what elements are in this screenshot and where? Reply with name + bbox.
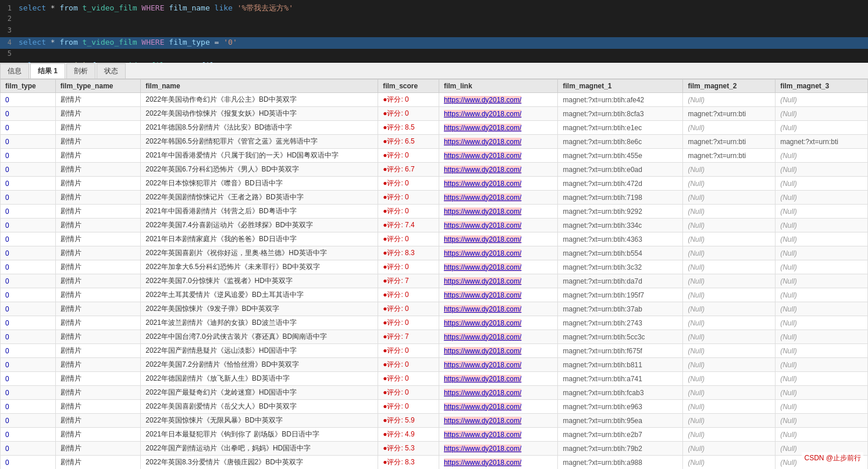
- table-cell: 0: [1, 163, 56, 177]
- table-row[interactable]: 0剧情片2022年国产剧情悬疑片《远山淡影》HD国语中字●评分: 0https:…: [1, 344, 868, 358]
- table-cell: (Null): [683, 232, 775, 246]
- table-row[interactable]: 0剧情片2022年美国惊悚片《9发子弹》BD中英双字●评分: 0https://…: [1, 302, 868, 316]
- table-cell: 0: [1, 344, 56, 358]
- table-row[interactable]: 0剧情片2021年中国香港爱情片《只属于我们的一天》HD国粤双语中字●评分: 0…: [1, 149, 868, 163]
- table-cell: magnet:?xt=urn:btih:8e6c: [558, 135, 683, 149]
- table-cell: 2022年国产剧情悬疑片《远山淡影》HD国语中字: [141, 344, 378, 358]
- table-row[interactable]: 0剧情片2022年美国7.2分剧情片《恰恰丝滑》BD中英双字●评分: 0http…: [1, 358, 868, 372]
- table-cell: 0: [1, 330, 56, 344]
- table-cell: (Null): [775, 344, 868, 358]
- table-cell: 剧情片: [55, 149, 140, 163]
- token: *: [46, 3, 59, 12]
- table-cell: magnet:?xt=urn:btih:455e: [558, 149, 683, 163]
- table-cell: (Null): [683, 260, 775, 274]
- table-cell: ●评分: 7.4: [378, 219, 439, 232]
- table-cell: ●评分: 0: [378, 260, 439, 274]
- tab-信息[interactable]: 信息: [0, 63, 29, 78]
- table-cell: (Null): [775, 246, 868, 260]
- table-cell: magnet:?xt=urn:btih:f675f: [558, 344, 683, 358]
- table-cell: magnet:?xt=urn:bti: [683, 135, 775, 149]
- table-cell: 剧情片: [55, 191, 140, 205]
- table-cell: 剧情片: [55, 205, 140, 219]
- table-cell: 2022年美国7.0分惊悚片《监视者》HD中英双字: [141, 274, 378, 288]
- table-row[interactable]: 0剧情片2021年日本剧情家庭片《我的爸爸》BD日语中字●评分: 0https:…: [1, 232, 868, 246]
- table-row[interactable]: 0剧情片2022年美国动作奇幻片《非凡公主》BD中英双字●评分: 0https:…: [1, 93, 868, 107]
- table-cell: ●评分: 5.9: [378, 414, 439, 428]
- table-row[interactable]: 0剧情片2021年波兰剧情片《迪邦的女孩》BD波兰语中字●评分: 0https:…: [1, 316, 868, 330]
- table-cell: 0: [1, 107, 56, 121]
- table-cell: 剧情片: [55, 121, 140, 135]
- table-cell: magnet:?xt=urn:btih:2743: [558, 316, 683, 330]
- table-cell: 2021年中国香港爱情片《只属于我们的一天》HD国粤双语中字: [141, 149, 378, 163]
- table-row[interactable]: 0剧情片2022年美国剧情惊悚记片《王者之路》BD英语中字●评分: 0https…: [1, 191, 868, 205]
- table-cell: 2021年日本剧情家庭片《我的爸爸》BD日语中字: [141, 232, 378, 246]
- table-cell: 0: [1, 149, 56, 163]
- editor-line-3: 3: [0, 26, 868, 37]
- table-cell: magnet:?xt=urn:btih:b811: [558, 358, 683, 372]
- table-row[interactable]: 0剧情片2022年日本惊悚犯罪片《噤音》BD日语中字●评分: 0https://…: [1, 177, 868, 191]
- table-cell: 剧情片: [55, 288, 140, 302]
- table-cell: magnet:?xt=urn:btih:e1ec: [558, 121, 683, 135]
- table-row[interactable]: 0剧情片2021年德国8.5分剧情片《法比安》BD德语中字●评分: 8.5htt…: [1, 121, 868, 135]
- token: *: [46, 38, 59, 46]
- line-number: 2: [0, 15, 19, 23]
- token: =: [246, 61, 255, 63]
- token: from: [91, 61, 109, 63]
- tab-状态[interactable]: 状态: [97, 63, 126, 78]
- table-cell: (Null): [683, 219, 775, 232]
- table-cell: (Null): [683, 302, 775, 316]
- table-row[interactable]: 0剧情片2022年中国台湾7.0分武侠古装片《赛还真》BD闽南语中字●评分: 7…: [1, 330, 868, 344]
- table-cell: ●评分: 5.3: [378, 442, 439, 456]
- table-cell: 0: [1, 93, 56, 107]
- table-cell: 0: [1, 274, 56, 288]
- table-cell: 0: [1, 442, 56, 456]
- editor-line-2: 2: [0, 14, 868, 26]
- table-row[interactable]: 0剧情片2022年美国动作惊悚片《报复女妖》HD英语中字●评分: 0https:…: [1, 107, 868, 121]
- table-row[interactable]: 0剧情片2022年英国8.3分爱情片《唐顿庄园2》BD中英双字●评分: 8.3h…: [1, 456, 868, 470]
- table-cell: https://www.dy2018.com/: [439, 93, 558, 107]
- table-cell: 2022年美国动作奇幻片《非凡公主》BD中英双字: [141, 93, 378, 107]
- table-row[interactable]: 0剧情片2022年德国剧情片《放飞新人生》BD英语中字●评分: 0https:/…: [1, 372, 868, 386]
- table-row[interactable]: 0剧情片2021年中国香港剧情片《转营之后》BD粤语中字●评分: 0https:…: [1, 205, 868, 219]
- table-row[interactable]: 0剧情片2022年韩国6.5分剧情犯罪片《管官之蓝》蓝光韩语中字●评分: 6.5…: [1, 135, 868, 149]
- table-row[interactable]: 0剧情片2022年国产最疑奇幻片《龙岭迷窟》HD国语中字●评分: 0https:…: [1, 386, 868, 400]
- table-row[interactable]: 0剧情片2022年土耳其爱情片《逆风追爱》BD土耳其语中字●评分: 0https…: [1, 288, 868, 302]
- table-cell: (Null): [775, 205, 868, 219]
- table-cell: https://www.dy2018.com/: [439, 177, 558, 191]
- table-cell: https://www.dy2018.com/: [439, 358, 558, 372]
- table-cell: https://www.dy2018.com/: [439, 205, 558, 219]
- sql-editor[interactable]: 1select * from t_video_film WHERE film_n…: [0, 0, 868, 63]
- table-cell: 2022年美国7.4分喜剧运动片《必胜球探》BD中英双字: [141, 219, 378, 232]
- tab-结果-1[interactable]: 结果 1: [30, 63, 65, 78]
- table-row[interactable]: 0剧情片2022年加拿大6.5分科幻恐怖片《未来罪行》BD中英双字●评分: 0h…: [1, 260, 868, 274]
- results-table: film_typefilm_type_namefilm_namefilm_sco…: [0, 79, 868, 469]
- table-row[interactable]: 0剧情片2021年日本最疑犯罪片《钩到你了 剧场版》BD日语中字●评分: 4.9…: [1, 428, 868, 442]
- table-row[interactable]: 0剧情片2022年美国喜剧爱情片《岳父大人》BD中英双字●评分: 0https:…: [1, 400, 868, 414]
- tabs-bar: 信息结果 1剖析状态: [0, 63, 868, 79]
- tab-剖析[interactable]: 剖析: [66, 63, 95, 78]
- table-row[interactable]: 0剧情片2022年美国7.4分喜剧运动片《必胜球探》BD中英双字●评分: 7.4…: [1, 219, 868, 232]
- table-cell: 2022年韩国6.5分剧情犯罪片《管官之蓝》蓝光韩语中字: [141, 135, 378, 149]
- table-cell: (Null): [775, 372, 868, 386]
- results-container[interactable]: film_typefilm_type_namefilm_namefilm_sco…: [0, 79, 868, 469]
- table-row[interactable]: 0剧情片2022年英国惊悚片《无限风暴》BD中英双字●评分: 5.9https:…: [1, 414, 868, 428]
- table-cell: magnet:?xt=urn:btih:b554: [558, 246, 683, 260]
- table-row[interactable]: 0剧情片2022年国产剧情运动片《出拳吧，妈妈》HD国语中字●评分: 5.3ht…: [1, 442, 868, 456]
- table-cell: ●评分: 0: [378, 358, 439, 372]
- table-cell: magnet:?xt=urn:btih:472d: [558, 177, 683, 191]
- token: t_video_film: [78, 3, 142, 12]
- table-row[interactable]: 0剧情片2022年美国7.0分惊悚片《监视者》HD中英双字●评分: 7https…: [1, 274, 868, 288]
- table-cell: ●评分: 0: [378, 191, 439, 205]
- token: WHERE: [173, 61, 196, 63]
- table-cell: (Null): [775, 330, 868, 344]
- table-cell: 0: [1, 288, 56, 302]
- table-row[interactable]: 0剧情片2022年英国6.7分科幻恐怖片《男人》BD中英双字●评分: 6.7ht…: [1, 163, 868, 177]
- table-cell: ●评分: 0: [378, 149, 439, 163]
- table-cell: ●评分: 0: [378, 316, 439, 330]
- table-cell: 2022年美国剧情惊悚记片《王者之路》BD英语中字: [141, 191, 378, 205]
- table-cell: https://www.dy2018.com/: [439, 121, 558, 135]
- token: t_video_film: [110, 61, 174, 63]
- table-cell: 剧情片: [55, 107, 140, 121]
- table-row[interactable]: 0剧情片2022年英国喜剧片《祝你好运，里奥·格兰德》HD英语中字●评分: 8.…: [1, 246, 868, 260]
- table-cell: (Null): [775, 428, 868, 442]
